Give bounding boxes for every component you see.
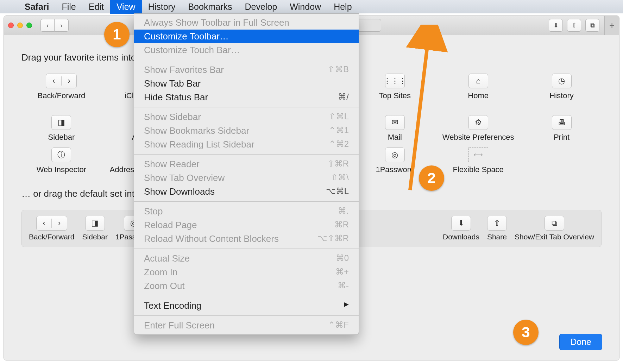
menu-item-show-sidebar: Show Sidebar⇧⌘L bbox=[134, 110, 359, 124]
menu-edit[interactable]: Edit bbox=[82, 0, 110, 14]
default-item-downloads[interactable]: ⬇Downloads bbox=[443, 216, 479, 241]
annotation-badge-3: 3 bbox=[513, 320, 539, 345]
menu-item-show-reading-list-sidebar: Show Reading List Sidebar⌃⌘2 bbox=[134, 138, 359, 151]
menu-item-enter-full-screen: Enter Full Screen⌃⌘F bbox=[134, 319, 359, 332]
menu-item-show-bookmarks-sidebar: Show Bookmarks Sidebar⌃⌘1 bbox=[134, 124, 359, 138]
toolbar-item-history[interactable]: ◷History bbox=[522, 74, 602, 109]
default-item-back-forward[interactable]: ‹›Back/Forward bbox=[29, 216, 75, 241]
menu-item-reload-page: Reload Page⌘R bbox=[134, 218, 359, 232]
zoom-window[interactable] bbox=[26, 23, 32, 28]
toolbar-item-sidebar[interactable]: ◨Sidebar bbox=[21, 115, 101, 142]
default-item-sidebar[interactable]: ◨Sidebar bbox=[82, 216, 108, 241]
print-icon: 🖶 bbox=[552, 115, 572, 130]
toolbar-item-label: Home bbox=[468, 91, 489, 100]
menu-develop[interactable]: Develop bbox=[238, 0, 283, 14]
default-item-show-exit-tab-overview[interactable]: ⧉Show/Exit Tab Overview bbox=[515, 216, 594, 241]
toolbar-item-print[interactable]: 🖶Print bbox=[522, 115, 602, 142]
menu-item-customize-toolbar-[interactable]: Customize Toolbar… bbox=[134, 30, 359, 43]
menu-item-zoom-in: Zoom In⌘+ bbox=[134, 265, 359, 279]
downloads-button[interactable]: ⬇ bbox=[549, 19, 563, 32]
menu-item-show-reader: Show Reader⇧⌘R bbox=[134, 157, 359, 171]
menu-item-show-tab-overview: Show Tab Overview⇧⌘\ bbox=[134, 171, 359, 185]
menu-window[interactable]: Window bbox=[283, 0, 327, 14]
view-menu-dropdown: Always Show Toolbar in Full ScreenCustom… bbox=[134, 13, 359, 335]
back-forward[interactable]: ‹ › bbox=[40, 19, 69, 32]
toolbar-item-label: Print bbox=[554, 133, 569, 142]
menu-file[interactable]: File bbox=[55, 0, 82, 14]
menu-item-zoom-out: Zoom Out⌘- bbox=[134, 279, 359, 293]
menu-item-stop: Stop⌘. bbox=[134, 205, 359, 218]
toolbar-item-label: Back/Forward bbox=[38, 91, 86, 100]
menu-item-show-tab-bar[interactable]: Show Tab Bar bbox=[134, 77, 359, 90]
menu-item-always-show-toolbar-in-full-screen: Always Show Toolbar in Full Screen bbox=[134, 16, 359, 30]
web-inspector-icon: ⓘ bbox=[51, 148, 71, 162]
menubar: Safari File Edit View History Bookmarks … bbox=[0, 0, 623, 13]
menu-help[interactable]: Help bbox=[327, 0, 358, 14]
menu-safari[interactable]: Safari bbox=[18, 0, 55, 14]
forward-button[interactable]: › bbox=[55, 19, 69, 32]
menu-item-reload-without-content-blockers: Reload Without Content Blockers⌥⇧⌘R bbox=[134, 232, 359, 246]
back-button[interactable]: ‹ bbox=[40, 19, 55, 32]
window-controls bbox=[8, 23, 32, 28]
minimize-window[interactable] bbox=[17, 23, 23, 28]
close-window[interactable] bbox=[8, 23, 14, 28]
share-button[interactable]: ⇧ bbox=[567, 19, 581, 32]
menu-item-actual-size: Actual Size⌘0 bbox=[134, 252, 359, 265]
menu-item-show-downloads[interactable]: Show Downloads⌥⌘L bbox=[134, 185, 359, 199]
menu-item-customize-touch-bar-: Customize Touch Bar… bbox=[134, 43, 359, 57]
toolbar-item-back-forward[interactable]: ‹›Back/Forward bbox=[21, 74, 101, 109]
menu-history[interactable]: History bbox=[142, 0, 182, 14]
history-icon: ◷ bbox=[552, 74, 572, 88]
sidebar-icon: ◨ bbox=[51, 115, 71, 130]
annotation-badge-1: 1 bbox=[104, 22, 130, 47]
back-forward-icon: ‹› bbox=[46, 74, 77, 88]
toolbar-item-label: Sidebar bbox=[48, 133, 75, 142]
menu-item-show-favorites-bar: Show Favorites Bar⇧⌘B bbox=[134, 63, 359, 77]
menu-item-text-encoding[interactable]: Text Encoding▶ bbox=[134, 299, 359, 313]
toolbar-item-web-inspector[interactable]: ⓘWeb Inspector bbox=[21, 148, 101, 174]
menu-view[interactable]: View bbox=[110, 0, 142, 14]
new-tab-button[interactable]: + bbox=[604, 16, 619, 35]
toolbar-item-label: History bbox=[549, 91, 573, 100]
svg-line-0 bbox=[410, 29, 429, 190]
menu-item-hide-status-bar[interactable]: Hide Status Bar⌘/ bbox=[134, 90, 359, 104]
toolbar-item-label: Flexible Space bbox=[453, 165, 504, 174]
flexible-space-icon: ⟷ bbox=[468, 148, 488, 162]
default-item-share[interactable]: ⇧Share bbox=[487, 216, 507, 241]
toolbar-item-label: Web Inspector bbox=[37, 165, 86, 174]
done-button[interactable]: Done bbox=[559, 334, 602, 350]
menu-bookmarks[interactable]: Bookmarks bbox=[182, 0, 238, 14]
tab-overview-button[interactable]: ⧉ bbox=[585, 19, 599, 32]
home-icon: ⌂ bbox=[468, 74, 488, 88]
annotation-badge-2: 2 bbox=[419, 165, 444, 191]
website-preferences-icon: ⚙ bbox=[468, 115, 488, 130]
